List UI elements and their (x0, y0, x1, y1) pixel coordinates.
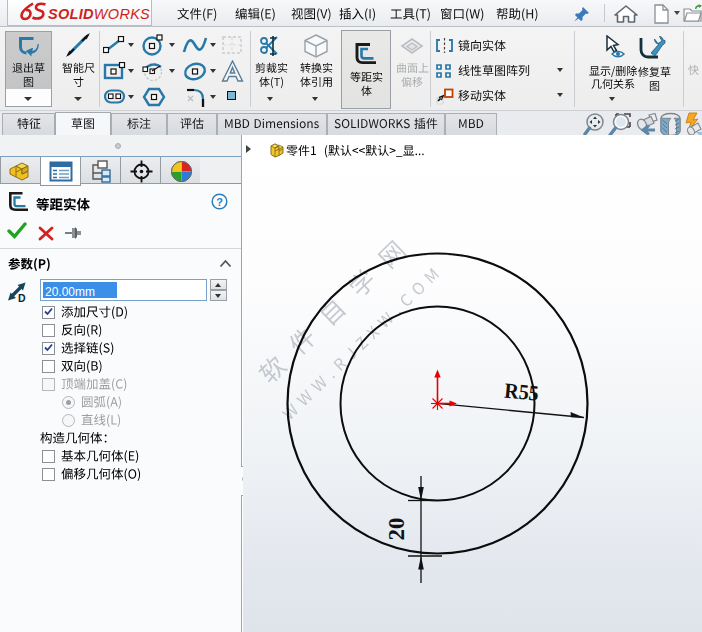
svg-text:?: ? (216, 196, 223, 208)
svg-text:D: D (18, 292, 26, 303)
